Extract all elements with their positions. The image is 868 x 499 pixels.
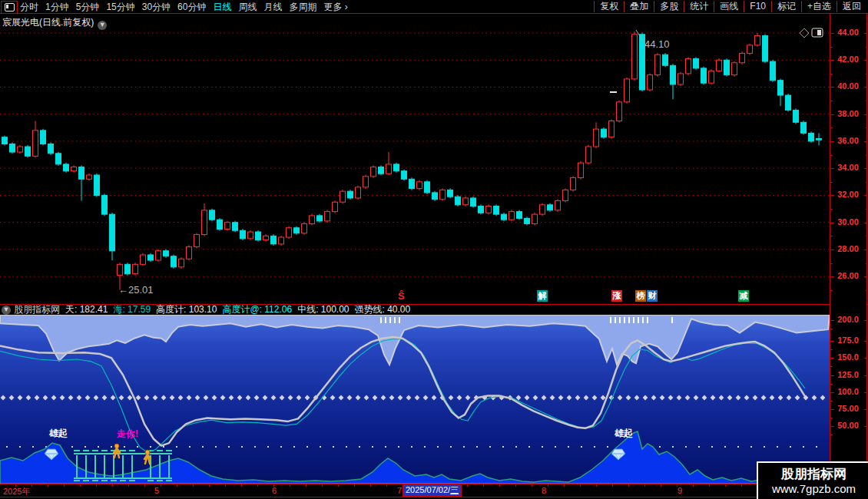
time-tick-label: 5 bbox=[154, 486, 159, 495]
period-item-15分钟[interactable]: 15分钟 bbox=[106, 1, 134, 13]
period-item-更多 ›[interactable]: 更多 › bbox=[323, 1, 347, 13]
tool-item-返回[interactable]: 返回 bbox=[837, 1, 866, 12]
indicator-tick-label: 150.0 bbox=[830, 352, 866, 362]
tool-item-统计[interactable]: 统计 bbox=[684, 1, 714, 12]
price-tick-label: 26.00 bbox=[830, 271, 866, 280]
time-tick-label: 2025年 bbox=[3, 486, 30, 497]
indicator-tick-label: 100.0 bbox=[830, 387, 866, 396]
indicator-header: ▼ 股朋指标网 天: 182.41海: 17.59高度计: 103.10高度计@… bbox=[0, 305, 830, 315]
period-item-多周期[interactable]: 多周期 bbox=[289, 1, 316, 13]
time-tick-label: 8 bbox=[542, 486, 546, 495]
period-item-分时[interactable]: 分时 bbox=[20, 1, 38, 13]
price-tick-label: 32.00 bbox=[830, 190, 866, 199]
time-tick-label: 6 bbox=[272, 486, 277, 495]
marker-dash bbox=[610, 91, 617, 93]
signal-marker-财: 财 bbox=[647, 290, 658, 302]
time-tick-label: 9 bbox=[678, 486, 682, 495]
split-window-icon[interactable] bbox=[1, 1, 18, 14]
chevron-down-circle-icon[interactable]: ▼ bbox=[98, 21, 107, 30]
indicator-annotation: 走你! bbox=[116, 428, 138, 439]
chevron-down-circle-icon[interactable]: ▼ bbox=[2, 306, 11, 315]
price-tick-label: 30.00 bbox=[830, 217, 866, 226]
period-item-60分钟[interactable]: 60分钟 bbox=[177, 1, 206, 13]
price-tick-label: 36.00 bbox=[830, 136, 866, 145]
price-tick-label: 44.00 bbox=[830, 28, 866, 37]
period-item-30分钟[interactable]: 30分钟 bbox=[142, 1, 171, 13]
watermark-site-name: 股朋指标网 bbox=[781, 467, 846, 482]
main-candle-chart[interactable]: 宸展光电(日线.前复权)▼ 44.10←25.01 Ŝ解涨榜财减 bbox=[0, 14, 830, 304]
period-item-5分钟[interactable]: 5分钟 bbox=[76, 1, 100, 13]
indicator-tick-label: 75.00 bbox=[830, 404, 866, 413]
indicator-plot: 雄起走你!雄起 bbox=[0, 315, 830, 484]
crosshair-date-box: 2025/07/02/三 bbox=[403, 484, 462, 497]
symbol-title: 宸展光电(日线.前复权) bbox=[2, 17, 94, 28]
tool-item-叠加[interactable]: 叠加 bbox=[624, 1, 654, 12]
low-annotation: ←25.01 bbox=[118, 284, 154, 296]
high-annotation: 44.10 bbox=[644, 38, 670, 50]
top-toolbar: 分时1分钟5分钟15分钟30分钟60分钟日线周线月线多周期更多 › 复权叠加多股… bbox=[0, 0, 868, 13]
period-toolbar: 分时1分钟5分钟15分钟30分钟60分钟日线周线月线多周期更多 › bbox=[20, 1, 348, 13]
tool-item-F10[interactable]: F10 bbox=[744, 1, 771, 12]
indicator-tick-label: 125.0 bbox=[830, 370, 866, 379]
tool-item-+自选[interactable]: +自选 bbox=[801, 1, 837, 12]
time-axis: 2025/07/02/三 2025年56789 bbox=[0, 484, 868, 497]
indicator-tick-label: 175.0 bbox=[830, 335, 866, 345]
candlestick-series bbox=[2, 31, 822, 289]
time-tick-label: 7 bbox=[397, 486, 402, 495]
indicator-annotation: 雄起 bbox=[614, 428, 633, 438]
price-tick-label: 40.00 bbox=[830, 81, 866, 91]
watermark-box: 股朋指标网 www.7gpzb.com bbox=[757, 461, 868, 499]
indicator-tick-label: 200.0 bbox=[830, 315, 866, 324]
price-tick-label: 34.00 bbox=[830, 163, 866, 172]
price-tick-label: 28.00 bbox=[830, 244, 866, 253]
indicator-annotation: 雄起 bbox=[48, 428, 68, 438]
right-toolbar: 复权叠加多股统计画线F10标记+自选返回 bbox=[594, 1, 866, 12]
signal-marker-Ŝ: Ŝ bbox=[398, 290, 405, 302]
tool-item-画线[interactable]: 画线 bbox=[714, 1, 744, 12]
tool-item-标记[interactable]: 标记 bbox=[771, 1, 801, 12]
watermark-site-url: www.7gpzb.com bbox=[772, 482, 856, 496]
indicator-tick-label: 50.00 bbox=[830, 421, 866, 430]
signal-marker-减: 减 bbox=[738, 290, 749, 302]
period-item-月线[interactable]: 月线 bbox=[263, 1, 282, 13]
signal-marker-涨: 涨 bbox=[611, 290, 622, 302]
price-tick-label: 42.00 bbox=[830, 55, 866, 64]
tool-item-复权[interactable]: 复权 bbox=[594, 1, 624, 12]
price-tick-label: 38.00 bbox=[830, 109, 866, 118]
price-axis: 44.0042.0040.0038.0036.0034.0032.0030.00… bbox=[830, 14, 867, 496]
trading-app-window: 分时1分钟5分钟15分钟30分钟60分钟日线周线月线多周期更多 › 复权叠加多股… bbox=[0, 0, 868, 499]
candlestick-plot: 44.10←25.01 bbox=[0, 14, 830, 304]
signal-marker-解: 解 bbox=[537, 290, 548, 302]
period-item-周线[interactable]: 周线 bbox=[238, 1, 257, 13]
period-item-1分钟[interactable]: 1分钟 bbox=[45, 1, 69, 13]
tool-item-多股[interactable]: 多股 bbox=[654, 1, 684, 12]
period-item-日线[interactable]: 日线 bbox=[213, 1, 231, 13]
chart-title[interactable]: 宸展光电(日线.前复权)▼ bbox=[2, 16, 107, 30]
signal-marker-榜: 榜 bbox=[635, 290, 646, 302]
indicator-panel[interactable]: 雄起走你!雄起 bbox=[0, 315, 830, 484]
